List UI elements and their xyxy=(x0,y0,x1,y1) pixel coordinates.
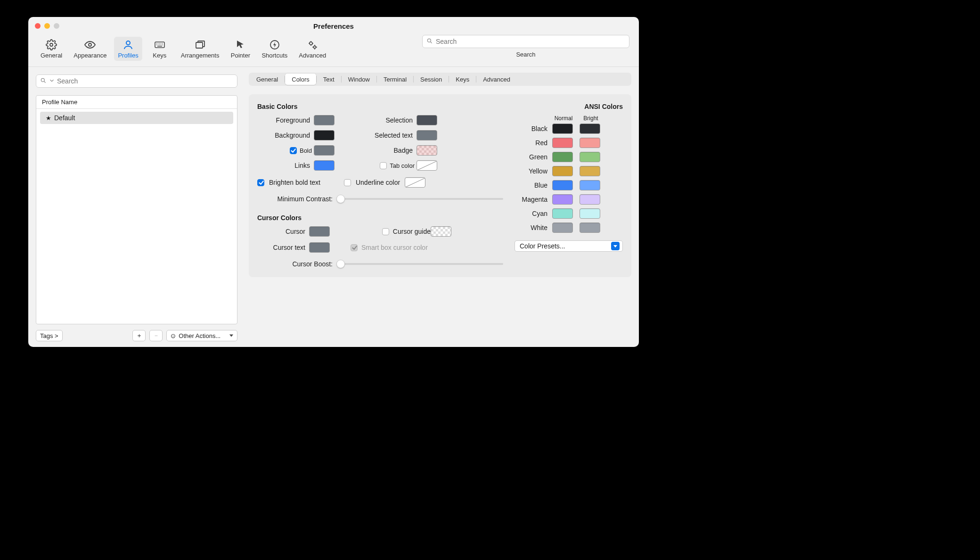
subtab-session[interactable]: Session xyxy=(414,74,449,85)
ansi-bright-swatch[interactable] xyxy=(580,194,600,205)
cursor-guide-label: Cursor guide xyxy=(393,228,431,235)
eye-icon xyxy=(84,39,96,51)
tags-button[interactable]: Tags > xyxy=(36,330,63,341)
list-header: Profile Name xyxy=(36,96,237,109)
profile-search[interactable] xyxy=(36,74,237,88)
foreground-label: Foreground xyxy=(257,116,314,124)
tab-pointer[interactable]: Pointer xyxy=(227,37,254,61)
tab-general[interactable]: General xyxy=(37,37,66,61)
badge-swatch[interactable] xyxy=(416,145,437,156)
ansi-normal-header: Normal xyxy=(552,115,575,122)
cursor-boost-label: Cursor Boost: xyxy=(257,260,333,268)
window-title: Preferences xyxy=(28,22,639,30)
tab-profiles[interactable]: Profiles xyxy=(114,37,142,61)
tab-shortcuts[interactable]: Shortcuts xyxy=(258,37,291,61)
remove-profile-button[interactable]: － xyxy=(149,330,163,341)
brighten-checkbox[interactable] xyxy=(257,179,264,186)
ansi-bright-swatch[interactable] xyxy=(580,124,600,134)
tab-appearance[interactable]: Appearance xyxy=(70,37,110,61)
ansi-label: White xyxy=(514,224,547,231)
ansi-label: Yellow xyxy=(514,167,547,175)
ansi-bright-swatch[interactable] xyxy=(580,138,600,148)
tab-keys[interactable]: Keys xyxy=(146,37,173,61)
ansi-normal-swatch[interactable] xyxy=(552,222,573,233)
ansi-normal-swatch[interactable] xyxy=(552,152,573,162)
list-item[interactable]: ★ Default xyxy=(40,112,233,124)
tab-arrangements[interactable]: Arrangements xyxy=(177,37,223,61)
cursor-swatch[interactable] xyxy=(309,226,330,237)
selection-swatch[interactable] xyxy=(416,115,437,125)
profile-search-input[interactable] xyxy=(57,77,233,85)
toolbar-search[interactable] xyxy=(422,35,629,48)
ansi-label: Green xyxy=(514,153,547,161)
ansi-normal-swatch[interactable] xyxy=(552,166,573,176)
chevron-down-icon xyxy=(611,242,620,250)
underline-label: Underline color xyxy=(356,179,400,186)
ansi-row: Magenta xyxy=(514,194,623,205)
keyboard-icon xyxy=(154,39,166,51)
subtab-terminal[interactable]: Terminal xyxy=(377,74,413,85)
min-contrast-slider[interactable] xyxy=(337,198,503,200)
selection-label: Selection xyxy=(355,116,416,124)
bold-swatch[interactable] xyxy=(314,145,335,156)
other-actions-label: Other Actions... xyxy=(179,332,220,339)
ansi-bright-swatch[interactable] xyxy=(580,180,600,190)
svg-point-7 xyxy=(314,46,316,49)
underline-checkbox[interactable] xyxy=(344,179,351,186)
ansi-normal-swatch[interactable] xyxy=(552,194,573,205)
cursor-guide-checkbox[interactable] xyxy=(382,228,389,235)
profile-list[interactable]: Profile Name ★ Default xyxy=(36,95,237,324)
ansi-bright-swatch[interactable] xyxy=(580,208,600,219)
windows-icon xyxy=(194,39,206,51)
ansi-label: Cyan xyxy=(514,210,547,217)
foreground-swatch[interactable] xyxy=(314,115,335,125)
ansi-normal-swatch[interactable] xyxy=(552,208,573,219)
subtab-text[interactable]: Text xyxy=(317,74,341,85)
search-caption: Search xyxy=(422,51,629,58)
ansi-label: Black xyxy=(514,125,547,132)
selected-text-swatch[interactable] xyxy=(416,130,437,140)
gears-icon xyxy=(306,39,318,51)
background-swatch[interactable] xyxy=(314,130,335,140)
other-actions-dropdown[interactable]: ⊙ Other Actions... xyxy=(166,330,237,341)
subtab-window[interactable]: Window xyxy=(342,74,376,85)
bold-checkbox[interactable] xyxy=(290,147,297,154)
chevron-down-icon[interactable] xyxy=(49,77,55,85)
tab-color-checkbox[interactable] xyxy=(380,162,387,169)
background-label: Background xyxy=(257,132,314,139)
ansi-normal-swatch[interactable] xyxy=(552,180,573,190)
tab-color-swatch[interactable] xyxy=(416,160,437,171)
underline-swatch[interactable] xyxy=(405,177,425,188)
profile-name: Default xyxy=(54,114,75,122)
subtab-advanced[interactable]: Advanced xyxy=(476,74,517,85)
subtab-colors[interactable]: Colors xyxy=(285,74,316,85)
cursor-boost-slider[interactable] xyxy=(337,263,503,265)
links-swatch[interactable] xyxy=(314,160,335,171)
min-contrast-label: Minimum Contrast: xyxy=(257,195,333,203)
ansi-bright-swatch[interactable] xyxy=(580,152,600,162)
bold-label: Bold xyxy=(300,147,312,154)
add-profile-button[interactable]: ＋ xyxy=(132,330,146,341)
ansi-row: Cyan xyxy=(514,208,623,219)
subtab-general[interactable]: General xyxy=(250,74,285,85)
ansi-normal-swatch[interactable] xyxy=(552,138,573,148)
person-icon xyxy=(122,39,134,51)
search-input[interactable] xyxy=(436,38,625,45)
ansi-bright-swatch[interactable] xyxy=(580,166,600,176)
profile-detail: General Colors Text Window Terminal Sess… xyxy=(245,67,639,347)
cursor-label: Cursor xyxy=(257,228,309,235)
ansi-bright-swatch[interactable] xyxy=(580,222,600,233)
color-presets-dropdown[interactable]: Color Presets... xyxy=(514,240,623,252)
subtab-keys[interactable]: Keys xyxy=(449,74,476,85)
cursor-text-swatch[interactable] xyxy=(309,242,330,253)
svg-point-9 xyxy=(41,78,44,82)
sidebar-footer: Tags > ＋ － ⊙ Other Actions... xyxy=(36,330,237,341)
tab-advanced[interactable]: Advanced xyxy=(295,37,330,61)
subtab-bar: General Colors Text Window Terminal Sess… xyxy=(249,73,631,86)
cursor-colors-title: Cursor Colors xyxy=(257,214,503,222)
ansi-normal-swatch[interactable] xyxy=(552,124,573,134)
cursor-guide-swatch[interactable] xyxy=(431,226,451,237)
basic-colors-title: Basic Colors xyxy=(257,103,503,110)
tab-label: Advanced xyxy=(299,52,326,59)
tab-color-label: Tab color xyxy=(390,162,415,169)
